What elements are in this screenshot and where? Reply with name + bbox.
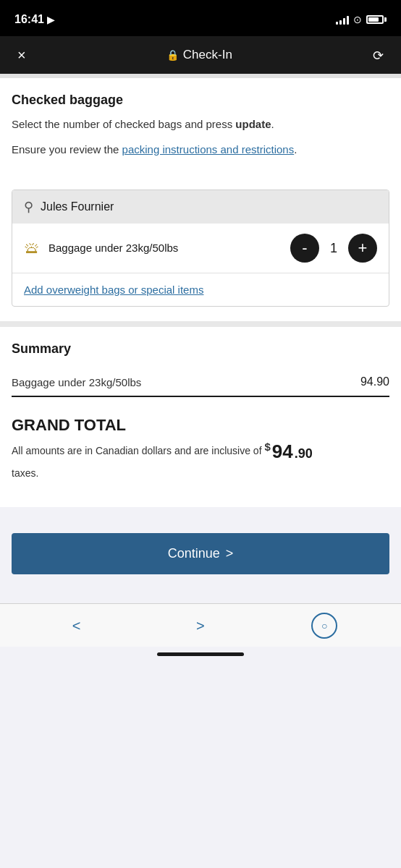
grand-total-label: GRAND TOTAL [12, 416, 389, 435]
status-bar: 16:41 ▶ ⊙ [0, 0, 401, 36]
baggage-label: Baggage under 23kg/50lbs [48, 241, 282, 255]
total-price-whole: 94 [272, 438, 293, 466]
lock-icon: 🔒 [166, 49, 179, 61]
battery-icon [366, 15, 387, 24]
grand-total-desc-text: All amounts are in Canadian dollars and … [12, 445, 262, 456]
instructions-prefix: Ensure you review the [12, 143, 122, 156]
instructions-text: Ensure you review the packing instructio… [12, 142, 389, 158]
grand-total-section: GRAND TOTAL All amounts are in Canadian … [12, 409, 389, 493]
summary-section: Summary Baggage under 23kg/50lbs 94.90 G… [0, 327, 401, 507]
minus-icon: - [302, 240, 307, 256]
plus-icon: + [358, 240, 368, 256]
signal-bar-4 [347, 16, 349, 25]
description-part1: Select the number of checked bags and pr… [12, 118, 235, 130]
back-nav-button[interactable]: < [64, 612, 90, 639]
continue-button[interactable]: Continue > [12, 533, 389, 574]
nav-bar: × 🔒 Check-In ⟳ [0, 36, 401, 74]
instructions-period: . [294, 143, 297, 156]
location-arrow-icon: ▶ [47, 14, 54, 25]
packing-instructions-link[interactable]: packing instructions and restrictions [122, 143, 295, 156]
battery-cap [384, 17, 387, 22]
bottom-nav: < > ○ [0, 603, 401, 647]
signal-icon [336, 14, 349, 25]
summary-item-label: Baggage under 23kg/50lbs [12, 376, 141, 388]
forward-nav-button[interactable]: > [187, 612, 214, 639]
summary-item-price: 94.90 [360, 375, 389, 388]
status-time-container: 16:41 ▶ [14, 13, 54, 26]
close-icon: × [17, 47, 26, 63]
status-icons: ⊙ [336, 14, 387, 25]
quantity-value: 1 [328, 241, 339, 256]
button-gap [0, 507, 401, 524]
compass-button[interactable]: ○ [311, 613, 337, 639]
compass-icon: ○ [321, 620, 327, 631]
time-display: 16:41 [14, 13, 44, 26]
refresh-button[interactable]: ⟳ [370, 44, 387, 67]
signal-bar-2 [339, 20, 342, 25]
passenger-header: ⚲ Jules Fournier [12, 190, 389, 224]
passenger-name: Jules Fournier [41, 200, 114, 213]
main-content: Checked baggage Select the number of che… [0, 78, 401, 321]
home-bar [157, 652, 244, 656]
close-button[interactable]: × [14, 44, 29, 67]
back-nav-icon: < [72, 618, 81, 634]
continue-section: Continue > [0, 524, 401, 589]
baggage-icon: 🛎 [24, 239, 40, 258]
spacer-1 [12, 166, 389, 178]
summary-row: Baggage under 23kg/50lbs 94.90 [12, 368, 389, 397]
grand-total-taxes-text: taxes. [12, 467, 38, 479]
person-icon: ⚲ [24, 199, 33, 215]
continue-label: Continue [168, 546, 220, 561]
description-bold: update [235, 118, 271, 130]
battery-fill [368, 17, 379, 22]
bottom-gap [0, 589, 401, 603]
grand-total-description: All amounts are in Canadian dollars and … [12, 438, 389, 481]
nav-title-container: 🔒 Check-In [166, 48, 232, 62]
signal-bar-1 [336, 22, 338, 25]
add-special-items-link[interactable]: Add overweight bags or special items [12, 273, 389, 306]
nav-title-text: Check-In [183, 48, 232, 62]
increase-button[interactable]: + [348, 234, 377, 263]
quantity-controls: - 1 + [290, 234, 377, 263]
forward-nav-icon: > [196, 618, 205, 634]
signal-bar-3 [343, 18, 345, 25]
wifi-icon: ⊙ [353, 14, 362, 25]
battery-body [366, 15, 384, 24]
refresh-icon: ⟳ [373, 48, 384, 63]
passenger-card: ⚲ Jules Fournier 🛎 Baggage under 23kg/50… [12, 190, 389, 307]
baggage-row: 🛎 Baggage under 23kg/50lbs - 1 + [12, 224, 389, 273]
section-gap [0, 321, 401, 327]
summary-title: Summary [12, 341, 389, 357]
home-indicator [0, 647, 401, 665]
section-title: Checked baggage [12, 93, 389, 108]
grand-total-price-inline: $94.90 [264, 438, 312, 466]
total-price-decimal: .90 [295, 444, 313, 464]
description-text: Select the number of checked bags and pr… [12, 116, 389, 133]
continue-chevron-icon: > [226, 546, 234, 561]
decrease-button[interactable]: - [290, 234, 319, 263]
description-part2: . [271, 118, 274, 130]
total-price-symbol: $ [264, 439, 270, 456]
